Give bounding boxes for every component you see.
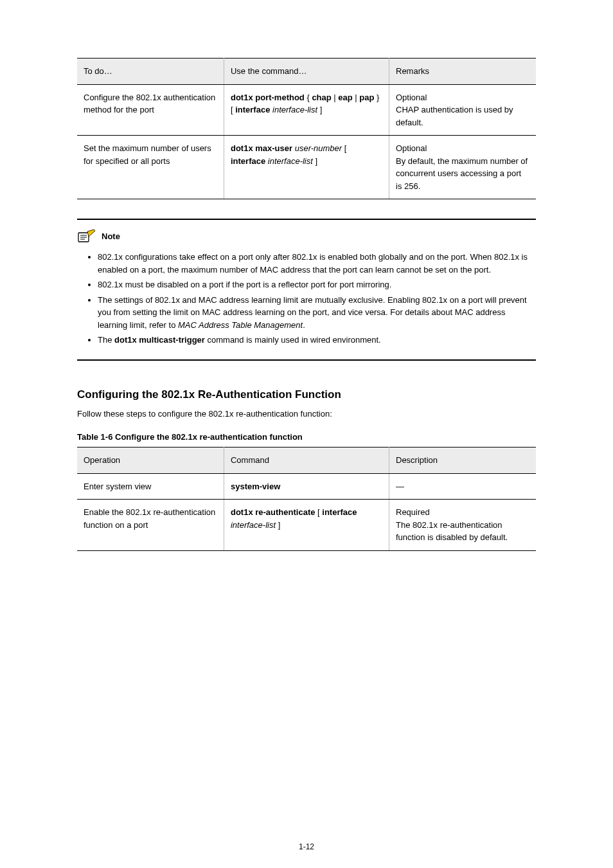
note-header: Note <box>77 229 536 244</box>
list-item: The dot1x multicast-trigger command is m… <box>98 334 536 347</box>
table-row: Enable the 802.1x re-authentication func… <box>77 500 536 551</box>
table-header-row: Operation Command Description <box>77 448 536 474</box>
page-number: 1-12 <box>0 841 613 853</box>
note-block: Note 802.1x configurations take effect o… <box>77 219 536 361</box>
note-list: 802.1x configurations take effect on a p… <box>98 251 536 347</box>
table-row: Configure the 802.1x authentication meth… <box>77 84 536 136</box>
col-header-remarks: Remarks <box>389 59 537 85</box>
cell-command: dot1x max-user user-number [ interface i… <box>224 136 389 199</box>
note-icon <box>77 229 96 244</box>
list-item: 802.1x configurations take effect on a p… <box>98 251 536 276</box>
cell-command: dot1x port-method { chap | eap | pap } [… <box>224 84 389 136</box>
cell-remarks: Optional CHAP authentication is used by … <box>389 84 537 136</box>
cell-description: Required The 802.1x re-authentication fu… <box>389 500 537 551</box>
col-header-description: Description <box>389 448 537 474</box>
col-header-command: Command <box>224 448 389 474</box>
col-header-todo: To do… <box>77 59 224 85</box>
cell-command: dot1x re-authenticate [ interface interf… <box>224 500 389 551</box>
section-lead: Follow these steps to configure the 802.… <box>77 408 536 420</box>
cell-todo: Set the maximum number of users for spec… <box>77 136 224 199</box>
col-header-operation: Operation <box>77 448 224 474</box>
list-item: 802.1x must be disabled on a port if the… <box>98 278 536 291</box>
cell-operation: Enter system view <box>77 473 224 500</box>
list-item: The settings of 802.1x and MAC address l… <box>98 294 536 332</box>
table-row: Enter system view system-view — <box>77 473 536 500</box>
cell-todo: Configure the 802.1x authentication meth… <box>77 84 224 136</box>
table-reauth: Operation Command Description Enter syst… <box>77 447 536 551</box>
cell-command: system-view <box>224 473 389 500</box>
table-row: Set the maximum number of users for spec… <box>77 136 536 199</box>
table-header-row: To do… Use the command… Remarks <box>77 59 536 85</box>
cell-remarks: Optional By default, the maximum number … <box>389 136 537 199</box>
cell-operation: Enable the 802.1x re-authentication func… <box>77 500 224 551</box>
page: To do… Use the command… Remarks Configur… <box>0 0 613 868</box>
note-label: Note <box>102 230 120 243</box>
cell-description: — <box>389 473 537 500</box>
table-caption: Table 1-6 Configure the 802.1x re-authen… <box>77 431 536 444</box>
svg-marker-4 <box>87 230 95 237</box>
col-header-command: Use the command… <box>224 59 389 85</box>
table-config-port: To do… Use the command… Remarks Configur… <box>77 58 536 199</box>
section-heading: Configuring the 802.1x Re-Authentication… <box>77 386 536 403</box>
